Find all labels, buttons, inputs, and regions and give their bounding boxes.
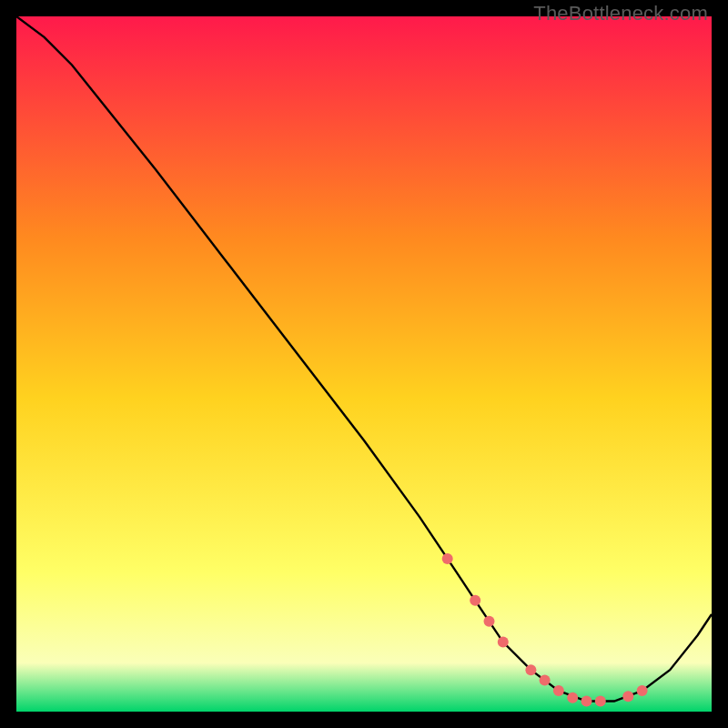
chart-background: [16, 16, 712, 712]
curve-marker: [581, 696, 592, 707]
curve-marker: [553, 685, 564, 696]
bottleneck-chart: [16, 16, 712, 712]
curve-marker: [622, 691, 633, 702]
curve-marker: [595, 696, 606, 707]
curve-marker: [540, 675, 551, 686]
curve-marker: [637, 685, 648, 696]
curve-marker: [470, 595, 480, 606]
curve-marker: [567, 693, 578, 703]
curve-marker: [525, 664, 536, 675]
curve-marker: [442, 553, 453, 564]
watermark-text: TheBottleneck.com: [533, 2, 708, 25]
curve-marker: [484, 616, 495, 627]
curve-marker: [498, 637, 509, 648]
chart-frame: [16, 16, 712, 712]
